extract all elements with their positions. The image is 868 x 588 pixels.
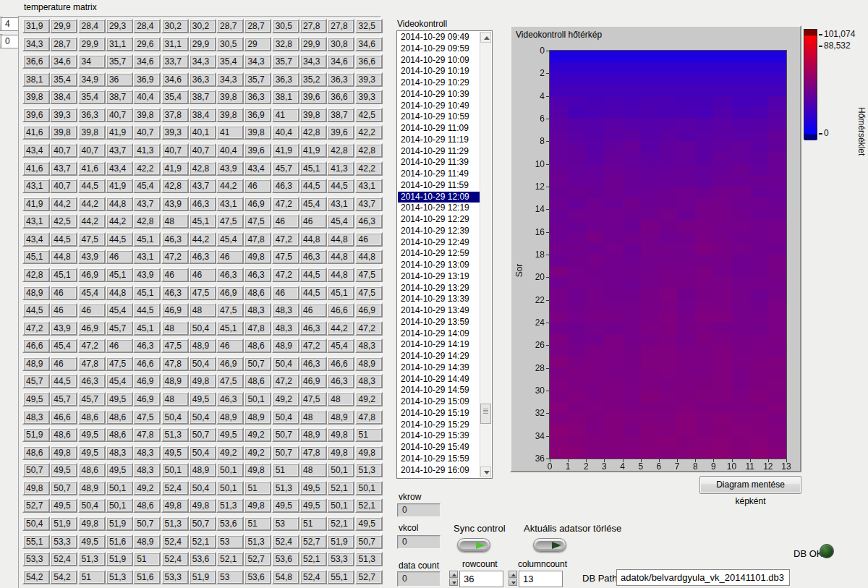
matrix-cell: 54,8 [272, 570, 299, 584]
list-item[interactable]: 2014-10-29 12:19 [398, 203, 480, 214]
list-item[interactable]: 2014-10-29 11:49 [398, 169, 480, 180]
matrix-cell: 44,5 [299, 179, 327, 193]
matrix-cell: 50,7 [272, 427, 299, 442]
columncount-field[interactable]: 13 [519, 571, 563, 587]
list-item[interactable]: 2014-10-29 11:59 [398, 180, 480, 192]
matrix-cell: 49,2 [244, 427, 271, 442]
list-item[interactable]: 2014-10-29 12:59 [398, 248, 480, 260]
list-item[interactable]: 2014-10-29 10:39 [398, 89, 480, 101]
list-item[interactable]: 2014-10-29 15:19 [398, 408, 480, 419]
list-item[interactable]: 2014-10-29 15:09 [398, 396, 480, 408]
list-item[interactable]: 2014-10-29 12:09 [398, 192, 480, 203]
matrix-cell: 45,1 [22, 250, 50, 264]
matrix-cell: 45,1 [327, 286, 354, 300]
list-item[interactable]: 2014-10-29 15:49 [398, 442, 480, 453]
list-item[interactable]: 2014-10-29 13:19 [398, 271, 480, 283]
matrix-cell: 46,3 [216, 268, 244, 282]
matrix-cell: 40,7 [78, 143, 106, 158]
matrix-cell: 52,4 [299, 570, 327, 584]
matrix-cell: 34,6 [161, 72, 189, 87]
list-item[interactable]: 2014-10-29 14:39 [398, 362, 480, 374]
list-item[interactable]: 2014-10-29 15:29 [398, 419, 480, 431]
matrix-cell: 48,9 [299, 427, 327, 442]
list-item[interactable]: 2014-10-29 14:19 [398, 339, 480, 351]
matrix-cell: 50,7 [189, 427, 216, 442]
matrix-cell: 43,1 [216, 197, 244, 211]
matrix-cell: 46,6 [22, 338, 50, 353]
matrix-cell: 39,8 [22, 90, 50, 104]
matrix-cell: 45,4 [216, 232, 244, 247]
columncount-spinner[interactable] [509, 571, 518, 586]
scrollbar-thumb[interactable] [480, 404, 491, 424]
list-item[interactable]: 2014-10-29 14:09 [398, 328, 480, 340]
save-diagram-button[interactable]: Diagram mentése képként [699, 476, 801, 494]
matrix-cell: 48,3 [272, 321, 299, 336]
list-item[interactable]: 2014-10-29 13:09 [398, 260, 480, 271]
db-path-field[interactable]: adatok/belvardgyula_vk_20141101.db3 [616, 569, 790, 586]
y-tick [546, 232, 549, 233]
list-item[interactable]: 2014-10-29 09:49 [398, 32, 480, 43]
matrix-cell: 28,4 [133, 19, 161, 33]
list-item[interactable]: 2014-10-29 11:39 [398, 157, 480, 169]
matrix-cell: 50,1 [106, 498, 133, 513]
matrix-cell: 49,8 [189, 498, 216, 513]
matrix-cell: 46,3 [161, 232, 189, 247]
list-item[interactable]: 2014-10-29 09:59 [398, 43, 480, 55]
list-item[interactable]: 2014-10-29 15:59 [398, 453, 480, 465]
rowcount-field[interactable]: 36 [459, 571, 503, 587]
matrix-cell: 42,2 [355, 125, 383, 140]
list-item[interactable]: 2014-10-29 10:29 [398, 77, 480, 89]
y-tick-label: 24 [526, 318, 545, 328]
list-item[interactable]: 2014-10-29 15:39 [398, 430, 480, 442]
matrix-cell: 51,3 [216, 498, 244, 513]
list-item[interactable]: 2014-10-29 10:09 [398, 55, 480, 67]
list-item[interactable]: 2014-10-29 12:29 [398, 214, 480, 226]
list-item[interactable]: 2014-10-29 14:49 [398, 374, 480, 385]
matrix-cell: 45,1 [133, 232, 161, 247]
scroll-down-button[interactable] [480, 466, 491, 477]
matrix-cell: 50,4 [22, 516, 50, 531]
delete-row-switch[interactable] [533, 538, 566, 552]
y-tick-label: 6 [526, 114, 545, 124]
list-item[interactable]: 2014-10-29 11:19 [398, 135, 480, 146]
matrix-cell: 27,8 [327, 19, 354, 33]
list-item[interactable]: 2014-10-29 13:29 [398, 283, 480, 294]
matrix-cell: 51 [299, 516, 327, 531]
y-tick [546, 391, 549, 391]
list-item[interactable]: 2014-10-29 14:29 [398, 351, 480, 362]
list-item[interactable]: 2014-10-29 12:49 [398, 237, 480, 249]
list-item[interactable]: 2014-10-29 10:59 [398, 111, 480, 123]
matrix-cell: 45,7 [22, 374, 50, 388]
list-item[interactable]: 2014-10-29 11:29 [398, 146, 480, 158]
sync-control-switch[interactable] [457, 538, 490, 552]
y-tick [546, 141, 549, 142]
list-item[interactable]: 2014-10-29 13:49 [398, 305, 480, 317]
matrix-cell: 46,3 [355, 214, 383, 229]
scale-tick [819, 46, 822, 47]
rowcount-spinner[interactable] [449, 571, 459, 586]
db-ok-led [820, 544, 834, 558]
matrix-cell: 31,1 [161, 37, 189, 51]
matrix-cell: 46,6 [133, 357, 161, 371]
y-tick [546, 436, 549, 437]
matrix-cell: 47,8 [161, 357, 189, 371]
matrix-cell: 44,8 [106, 286, 133, 300]
list-item[interactable]: 2014-10-29 12:39 [398, 226, 480, 237]
list-item[interactable]: 2014-10-29 13:39 [398, 294, 480, 305]
list-item[interactable]: 2014-10-29 13:59 [398, 317, 480, 328]
matrix-cell: 45,7 [272, 161, 299, 176]
list-item[interactable]: 2014-10-29 10:49 [398, 101, 480, 112]
list-item[interactable]: 2014-10-29 10:19 [398, 66, 480, 77]
matrix-cell: 48,6 [50, 427, 77, 442]
matrix-cell: 46,3 [299, 357, 327, 371]
listbox-scrollbar[interactable] [480, 32, 491, 477]
matrix-cell: 50,4 [189, 481, 216, 495]
list-item[interactable]: 2014-10-29 11:09 [398, 123, 480, 135]
list-item[interactable]: 2014-10-29 16:09 [398, 465, 480, 477]
delete-row-label: Aktuális adatsor törlése [524, 523, 621, 534]
matrix-cell: 53,6 [272, 552, 299, 566]
list-item[interactable]: 2014-10-29 14:59 [398, 385, 480, 396]
videokontroll-listbox[interactable]: 2014-10-29 09:492014-10-29 09:592014-10-… [396, 30, 493, 479]
matrix-cell: 29,9 [78, 37, 106, 51]
scroll-up-button[interactable] [480, 32, 491, 43]
